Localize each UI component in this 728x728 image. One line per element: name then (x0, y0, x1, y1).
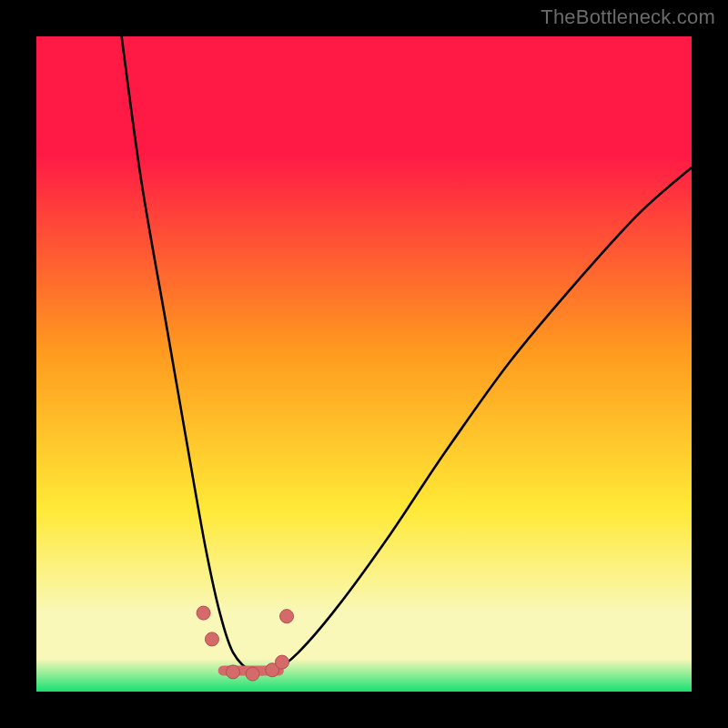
watermark-text: TheBottleneck.com (541, 5, 715, 29)
curve-marker (280, 610, 294, 623)
curve-marker (205, 632, 218, 646)
chart-frame: TheBottleneck.com (0, 0, 728, 728)
curve-layer (36, 36, 692, 692)
curve-marker (246, 667, 259, 681)
bottleneck-curve (122, 36, 692, 674)
curve-marker (197, 606, 210, 620)
curve-marker (227, 665, 240, 679)
curve-marker (276, 655, 289, 669)
plot-area (36, 36, 692, 692)
